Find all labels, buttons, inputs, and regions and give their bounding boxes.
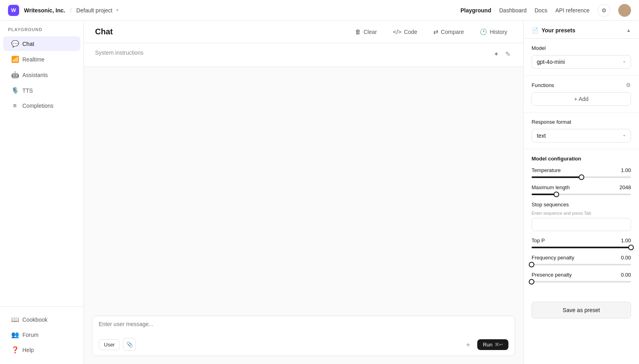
model-label: Model bbox=[532, 45, 631, 51]
compare-label: Compare bbox=[441, 29, 464, 35]
presets-icon: 📄 bbox=[532, 27, 538, 34]
panel-chevron-icon[interactable]: ▲ bbox=[626, 28, 631, 33]
system-instructions-area: System instructions ✦ ✎ bbox=[84, 43, 523, 67]
model-config-section: Model configuration Temperature 1.00 Max… bbox=[524, 149, 639, 295]
help-icon: ❓ bbox=[11, 346, 18, 354]
response-format-select[interactable]: text json_object bbox=[532, 129, 631, 142]
attach-button[interactable]: 📎 bbox=[123, 338, 136, 351]
sidebar-item-help[interactable]: ❓ Help bbox=[3, 342, 80, 357]
run-shortcut: ⌘↩ bbox=[495, 342, 503, 347]
chat-title: Chat bbox=[95, 27, 113, 36]
company-name: Writesonic, Inc. bbox=[24, 7, 65, 14]
right-panel-header: 📄 Your presets ▲ bbox=[524, 21, 639, 39]
history-label: History bbox=[490, 29, 507, 35]
sidebar-section-label: PLAYGROUND bbox=[0, 27, 83, 36]
max-length-label: Maximum length bbox=[532, 184, 570, 190]
code-label: Code bbox=[404, 29, 417, 35]
stop-sequences-input[interactable] bbox=[532, 218, 631, 231]
functions-label: Functions ⚙ bbox=[532, 82, 631, 88]
history-icon: 🕐 bbox=[480, 28, 487, 36]
temperature-slider-track[interactable] bbox=[532, 176, 631, 178]
sidebar-item-forum[interactable]: 👥 Forum bbox=[3, 327, 80, 342]
top-p-row: Top P 1.00 bbox=[532, 237, 631, 248]
model-config-title: Model configuration bbox=[532, 156, 631, 162]
compare-button[interactable]: ⇄ Compare bbox=[429, 26, 469, 38]
right-panel-title: 📄 Your presets bbox=[532, 27, 575, 34]
presence-penalty-slider-track[interactable] bbox=[532, 281, 631, 283]
functions-gear-icon[interactable]: ⚙ bbox=[626, 82, 631, 88]
sidebar-label-help: Help bbox=[22, 347, 34, 353]
temperature-row: Temperature 1.00 bbox=[532, 167, 631, 178]
code-button[interactable]: </> Code bbox=[388, 26, 422, 38]
compare-icon: ⇄ bbox=[433, 28, 439, 36]
sidebar-label-completions: Completions bbox=[22, 103, 54, 109]
system-instructions-actions: ✦ ✎ bbox=[492, 49, 512, 59]
functions-section: Functions ⚙ + Add bbox=[524, 75, 639, 113]
main-layout: PLAYGROUND 💬 Chat 📶 Realtime 🤖 Assistant… bbox=[0, 21, 639, 364]
top-p-value: 1.00 bbox=[621, 237, 631, 243]
presence-penalty-value: 0.00 bbox=[621, 272, 631, 278]
nav-docs[interactable]: Docs bbox=[534, 7, 547, 14]
sidebar-item-tts[interactable]: 🎙️ TTS bbox=[3, 83, 80, 98]
chat-header: Chat 🗑 Clear </> Code ⇄ Compare 🕐 Histor… bbox=[84, 21, 523, 43]
content-area: Chat 🗑 Clear </> Code ⇄ Compare 🕐 Histor… bbox=[84, 21, 523, 364]
clear-button[interactable]: 🗑 Clear bbox=[350, 26, 381, 38]
message-input-footer: User 📎 ＋ Run ⌘↩ bbox=[99, 338, 508, 351]
chat-icon: 💬 bbox=[11, 40, 18, 47]
chat-main: System instructions ✦ ✎ User 📎 ＋ bbox=[84, 43, 523, 364]
sidebar-label-assistants: Assistants bbox=[22, 72, 48, 78]
message-input[interactable] bbox=[99, 321, 508, 334]
forum-icon: 👥 bbox=[11, 331, 18, 338]
sidebar-item-cookbook[interactable]: 📖 Cookbook bbox=[3, 312, 80, 327]
message-input-right: ＋ Run ⌘↩ bbox=[462, 339, 508, 350]
chat-messages-area[interactable] bbox=[84, 67, 523, 316]
stop-sequences-header: Stop sequences bbox=[532, 202, 631, 208]
add-function-button[interactable]: + Add bbox=[532, 92, 631, 106]
stop-sequences-row: Stop sequences Enter sequence and press … bbox=[532, 202, 631, 231]
sidebar-label-tts: TTS bbox=[22, 87, 33, 94]
top-p-label: Top P bbox=[532, 237, 545, 243]
sidebar-item-completions[interactable]: ≡ Completions bbox=[3, 99, 80, 113]
presets-label: Your presets bbox=[542, 27, 575, 34]
presence-penalty-header: Presence penalty 0.00 bbox=[532, 272, 631, 278]
sidebar-item-chat[interactable]: 💬 Chat bbox=[3, 36, 80, 51]
max-length-slider-track[interactable] bbox=[532, 194, 631, 195]
project-name[interactable]: Default project bbox=[76, 7, 112, 14]
user-role-button[interactable]: User bbox=[99, 339, 120, 350]
temperature-label: Temperature bbox=[532, 167, 561, 173]
cookbook-icon: 📖 bbox=[11, 316, 18, 323]
nav-api-reference[interactable]: API reference bbox=[555, 7, 589, 14]
sidebar-item-assistants[interactable]: 🤖 Assistants bbox=[3, 67, 80, 82]
message-input-container: User 📎 ＋ Run ⌘↩ bbox=[92, 316, 515, 356]
run-button[interactable]: Run ⌘↩ bbox=[477, 339, 508, 350]
top-p-header: Top P 1.00 bbox=[532, 237, 631, 243]
frequency-penalty-row: Frequency penalty 0.00 bbox=[532, 255, 631, 265]
history-button[interactable]: 🕐 History bbox=[475, 26, 512, 38]
settings-icon[interactable]: ⚙ bbox=[597, 4, 610, 17]
frequency-penalty-slider-track[interactable] bbox=[532, 264, 631, 265]
completions-icon: ≡ bbox=[11, 102, 18, 109]
frequency-penalty-value: 0.00 bbox=[621, 255, 631, 261]
magic-wand-button[interactable]: ✦ bbox=[492, 49, 500, 59]
sidebar-label-cookbook: Cookbook bbox=[22, 317, 48, 323]
max-length-row: Maximum length 2048 bbox=[532, 184, 631, 195]
top-p-slider-track[interactable] bbox=[532, 247, 631, 248]
tts-icon: 🎙️ bbox=[11, 87, 18, 94]
stop-sequences-label: Stop sequences bbox=[532, 202, 569, 208]
nav-playground[interactable]: Playground bbox=[460, 7, 491, 14]
app-logo: W bbox=[8, 5, 19, 16]
avatar[interactable] bbox=[618, 4, 631, 17]
sidebar-item-realtime[interactable]: 📶 Realtime bbox=[3, 52, 80, 67]
project-chevron-icon[interactable]: ▾ bbox=[116, 8, 119, 13]
edit-button[interactable]: ✎ bbox=[504, 49, 512, 59]
save-preset-button[interactable]: Save as preset bbox=[532, 302, 631, 318]
sidebar-label-realtime: Realtime bbox=[22, 56, 44, 63]
sidebar-label-forum: Forum bbox=[22, 332, 38, 338]
presence-penalty-row: Presence penalty 0.00 bbox=[532, 272, 631, 283]
stop-sequences-hint: Enter sequence and press Tab bbox=[532, 211, 631, 216]
nav-dashboard[interactable]: Dashboard bbox=[499, 7, 527, 14]
model-select[interactable]: gpt-4o-mini gpt-4o gpt-3.5-turbo bbox=[532, 55, 631, 69]
add-message-button[interactable]: ＋ bbox=[462, 339, 474, 350]
sidebar-label-chat: Chat bbox=[22, 41, 34, 47]
run-label: Run bbox=[483, 342, 492, 348]
